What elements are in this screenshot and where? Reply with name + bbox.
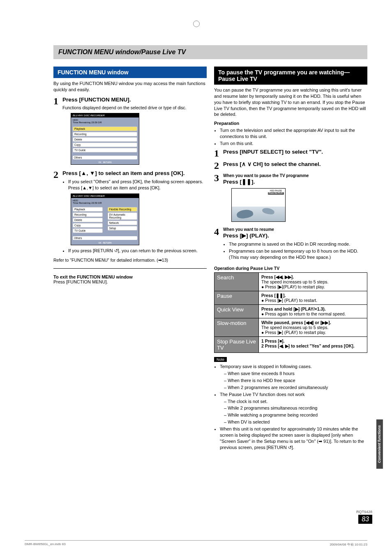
op-line: ● Press again to return to the normal sp… [261,311,346,316]
note-text: Temporary save is stopped in following c… [220,364,312,369]
menu1-footer-return: RETURN [103,161,112,164]
section-header-function-menu: FUNCTION MENU window [53,67,207,78]
note-item: The Pause Live TV function does not work… [220,391,367,425]
dolphin-shape [236,208,254,219]
left-column: FUNCTION MENU window By using the FUNCTI… [53,67,207,452]
op-name: Search [214,273,259,291]
step1-desc: Functions displayed depend on the select… [62,105,207,111]
preparation-heading: Preparation [214,121,367,126]
right-step1-title: Press [INPUT SELECT] to select "TV". [223,148,367,156]
side-tab: Convenient functions [376,419,383,469]
table-row: Stop Pause Live TV 1 Press [■]. 2 Press … [214,337,367,353]
prep-item: Turn on the television and select the ap… [220,127,367,140]
step-2-right: 2 Press [∧ ∨ CH] to select the channel. [214,161,367,170]
tv-label-pause: PAUSE [275,189,282,192]
right-step4-pre: When you want to resume [223,227,367,233]
prep-item: Turn on this unit. [220,140,367,147]
op-name: Stop Pause Live TV [214,337,259,353]
right-intro: You can pause the TV programme you are w… [214,87,367,117]
footer-left: DMR-BW850GL_en.indb 83 [25,542,66,547]
menu1-brand: BLU-RAY DISC RECORDER [71,113,139,117]
step-1-left: 1 Press [FUNCTION MENU]. Functions displ… [53,96,207,168]
note-item: When this unit is not operated for appro… [220,426,367,450]
step2-title: Press [▲, ▼] to select an item and press… [62,170,207,177]
step-number: 3 [214,173,219,224]
step-4-right: 4 When you want to resume Press [▶] (PLA… [214,227,367,262]
right-step4-bullet: The programme is saved on the HDD in DR … [229,241,367,247]
menu1-others: Others [73,156,137,159]
section-header-pause-live-tv: To pause the TV programme you are watchi… [214,67,367,85]
note-sub: When DV is selected [224,419,367,425]
op-head: While paused, press [◀◀] or [▶▶]. [261,320,331,325]
menu2-left-item: Recording [73,212,103,217]
right-step3-pre: When you want to pause the TV programme [223,173,367,179]
menu2-right-item: Setup [108,226,138,230]
page-title: FUNCTION MENU window/Pause Live TV [53,45,367,59]
op-head: Press and hold [▶] (PLAY/×1.3). [261,306,326,311]
op-name: Pause [214,291,259,305]
table-row: Quick View Press and hold [▶] (PLAY/×1.3… [214,305,367,318]
menu2-footer-return: RETURN [103,242,112,244]
menu1-item: Delete [73,137,137,142]
tv-label-hdd: HDD [270,189,274,192]
table-row: Pause Press [❚❚]. ● Press [▶] (PLAY) to … [214,291,367,305]
exit-title: To exit the FUNCTION MENU window [53,274,207,279]
return-bullet: If you press [RETURN ↺], you can return … [68,248,207,254]
menu2-left-item: TV Guide [73,228,103,233]
menu2-others: Others [73,236,137,240]
footer-right: 2009/04/08 午前 10:01:23 [330,542,367,547]
note-sub: When 2 programmes are recorded simultane… [224,385,367,391]
menu2-footer-ok: OK [98,242,101,244]
note-sub: When save time exceeds 8 hours [224,371,367,377]
note-item: Temporary save is stopped in following c… [220,364,367,390]
op-numline: 2 Press [◀, ▶] to select "Yes" and press… [261,343,355,348]
menu2-left-item: Copy [73,223,103,228]
menu1-item: Playback [73,127,137,131]
menu-screenshot-2: BLU-RAY DISC RECORDER HDD Time Remaining… [71,193,139,245]
step-number: 1 [214,148,219,158]
op-head: Press [❚❚]. [261,293,286,298]
footer-line: DMR-BW850GL_en.indb 83 2009/04/08 午前 10:… [25,540,367,547]
right-step4-bullet: Programmes can be saved temporary up to … [229,248,367,260]
step-3-right: 3 When you want to pause the TV programm… [214,173,367,224]
tv-label-press: Press the PLAY [268,192,284,195]
operation-table: Search Press [◀◀, ▶▶]. The speed increas… [214,272,367,353]
op-line: ● Press [▶] (PLAY) to restart play. [261,330,326,335]
step-number: 1 [53,96,58,168]
left-intro: By using the FUNCTION MENU window you ma… [53,81,207,93]
operation-caption: Operation during Pause Live TV [214,266,367,271]
menu1-item: Copy [73,143,137,147]
step1-title: Press [FUNCTION MENU]. [62,96,207,104]
table-row: Slow-motion While paused, press [◀◀] or … [214,318,367,337]
tv-screenshot: HDD PAUSE Press the PLAY [231,188,286,222]
menu1-rem: Time Remaining 23:59 DR [73,121,101,124]
menu2-rem: Time Remaining 23:59 DR [73,202,101,204]
table-row: Search Press [◀◀, ▶▶]. The speed increas… [214,273,367,291]
op-name: Slow-motion [214,318,259,337]
menu-screenshot-1: BLU-RAY DISC RECORDER HDD Time Remaining… [71,113,139,165]
page-number-box: RQT9428 83 [356,510,372,524]
exit-body: Press [FUNCTION MENU]. [53,279,207,284]
note-sub: When there is no HDD free space [224,378,367,384]
menu2-brand: BLU-RAY DISC RECORDER [71,194,139,198]
step-1-right: 1 Press [INPUT SELECT] to select "TV". [214,148,367,158]
op-head: Press [◀◀, ▶▶]. [261,274,294,279]
right-step3-title: Press [❚❚]. [223,178,367,186]
step-number: 2 [214,161,219,170]
step-2-left: 2 Press [▲, ▼] to select an item and pre… [53,170,207,255]
op-numline: 1 Press [■]. [261,339,285,343]
menu1-item: TV Guide [73,148,137,152]
rq-code: RQT9428 [356,510,372,514]
menu1-item: Recording [73,132,137,136]
note-sub: The clock is not set. [224,398,367,405]
menu2-left-item: Delete [73,218,103,222]
step2-bullet: If you select "Others" and press [OK], t… [68,179,207,191]
step-number: 4 [214,227,219,262]
right-column: To pause the TV programme you are watchi… [214,67,367,452]
menu2-right-item: DV Automatic Recording [108,212,138,220]
op-line: The speed increases up to 5 steps. [261,325,328,330]
note-text: The Pause Live TV function does not work [220,392,304,397]
right-step4-title: Press [▶] (PLAY). [223,232,367,240]
note-label: Note [214,357,227,362]
op-line: The speed increases up to 5 steps. [261,279,328,284]
